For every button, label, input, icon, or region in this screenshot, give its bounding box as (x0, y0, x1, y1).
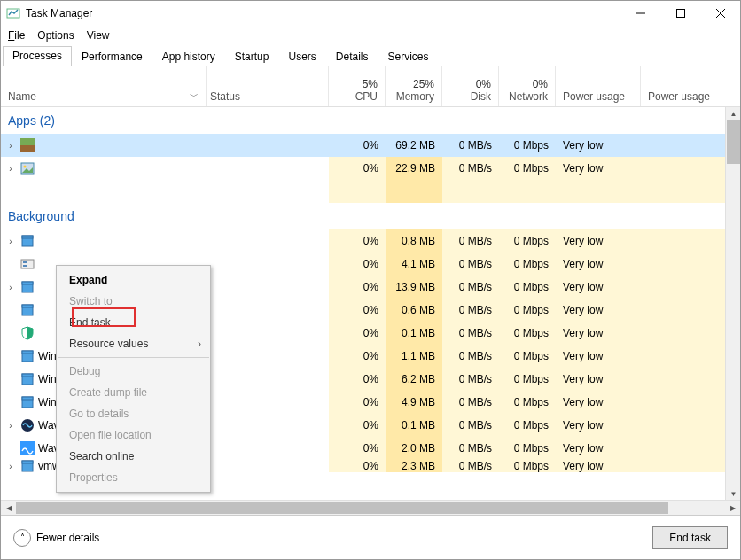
col-power[interactable]: Power usage (556, 66, 641, 106)
disk-cell: 0 MB/s (442, 368, 499, 391)
minimize-button[interactable] (620, 1, 660, 26)
cpu-cell: 0% (329, 460, 386, 472)
col-memory[interactable]: 25%Memory (386, 66, 442, 106)
hscroll-thumb[interactable] (16, 502, 668, 514)
svg-rect-15 (22, 282, 33, 284)
disk-cell: 0 MB/s (442, 157, 499, 180)
cpu-cell: 0% (329, 134, 386, 157)
table-row[interactable]: › 0% 69.2 MB 0 MB/s 0 Mbps Very low (1, 134, 740, 157)
table-row[interactable]: › 0% 0.8 MB 0 MB/s 0 Mbps Very low (1, 229, 740, 253)
svg-rect-12 (23, 261, 27, 263)
disk-cell: 0 MB/s (442, 299, 499, 322)
ctx-switch-to[interactable]: Switch to (57, 291, 210, 312)
memory-cell: 0.1 MB (386, 322, 442, 345)
column-headers: Name ﹀ Status 5%CPU 25%Memory 0%Disk 0%N… (1, 66, 740, 107)
maximize-button[interactable] (660, 1, 700, 26)
power-cell: Very low (556, 229, 641, 253)
horizontal-scrollbar[interactable]: ◀ ▶ (1, 500, 740, 515)
chevron-right-icon[interactable]: › (4, 164, 17, 174)
process-icon (20, 257, 35, 271)
cpu-cell: 0% (329, 157, 386, 180)
ctx-search-online[interactable]: Search online (57, 446, 210, 467)
cpu-cell: 0% (329, 322, 386, 345)
menu-options[interactable]: Options (37, 29, 74, 42)
col-name[interactable]: Name ﹀ (1, 66, 207, 106)
col-disk[interactable]: 0%Disk (442, 66, 499, 106)
window-title: Task Manager (26, 7, 620, 19)
tab-performance[interactable]: Performance (72, 47, 152, 66)
svg-rect-10 (22, 236, 33, 238)
footer: ˄ Fewer details End task (1, 515, 740, 559)
cpu-cell: 0% (329, 345, 386, 368)
process-icon (20, 138, 35, 152)
tab-services[interactable]: Services (378, 47, 439, 66)
network-cell: 0 Mbps (499, 345, 556, 368)
process-icon (20, 161, 35, 175)
ctx-properties[interactable]: Properties (57, 467, 210, 488)
memory-cell: 0.1 MB (386, 414, 442, 437)
scroll-up-icon[interactable]: ▲ (727, 107, 740, 120)
fewer-details-button[interactable]: ˄ Fewer details (13, 529, 99, 547)
svg-rect-23 (22, 397, 33, 400)
network-cell: 0 Mbps (499, 276, 556, 299)
scroll-left-icon[interactable]: ◀ (1, 501, 16, 515)
ctx-create-dump[interactable]: Create dump file (57, 382, 210, 403)
memory-cell: 22.9 MB (386, 157, 442, 180)
power-cell: Very low (556, 322, 641, 345)
vertical-scrollbar[interactable]: ▲ ▼ (725, 107, 740, 500)
disk-cell: 0 MB/s (442, 345, 499, 368)
col-cpu[interactable]: 5%CPU (329, 66, 386, 106)
network-cell: 0 Mbps (499, 437, 556, 460)
chevron-right-icon[interactable]: › (4, 421, 17, 431)
chevron-right-icon[interactable]: › (4, 141, 17, 151)
memory-cell: 1.1 MB (386, 345, 442, 368)
svg-rect-21 (22, 374, 33, 377)
cpu-cell: 0% (329, 391, 386, 414)
titlebar: Task Manager (1, 1, 740, 26)
scroll-down-icon[interactable]: ▼ (727, 487, 740, 500)
network-cell: 0 Mbps (499, 134, 556, 157)
tab-users[interactable]: Users (278, 47, 325, 66)
close-button[interactable] (700, 1, 740, 26)
col-status[interactable]: Status (207, 66, 329, 106)
app-icon (6, 6, 20, 20)
tab-app-history[interactable]: App history (152, 47, 225, 66)
scroll-thumb[interactable] (727, 120, 740, 164)
ctx-go-to-details[interactable]: Go to details (57, 403, 210, 424)
end-task-button[interactable]: End task (652, 526, 728, 549)
scroll-right-icon[interactable]: ▶ (725, 501, 740, 515)
svg-rect-17 (22, 305, 33, 307)
power-cell: Very low (556, 414, 641, 437)
memory-cell: 0.6 MB (386, 299, 442, 322)
power-cell: Very low (556, 345, 641, 368)
group-apps[interactable]: Apps (2) (1, 107, 740, 134)
chevron-right-icon[interactable]: › (4, 237, 17, 246)
network-cell: 0 Mbps (499, 253, 556, 276)
chevron-right-icon[interactable]: › (4, 462, 17, 471)
svg-rect-2 (676, 10, 684, 18)
chevron-down-icon[interactable]: ﹀ (190, 90, 199, 103)
chevron-right-icon[interactable]: › (4, 283, 17, 292)
tab-startup[interactable]: Startup (225, 47, 279, 66)
group-background[interactable]: Background (1, 203, 740, 229)
memory-cell: 0.8 MB (386, 229, 442, 253)
table-row[interactable]: › 0% 22.9 MB 0 MB/s 0 Mbps Very low (1, 157, 740, 180)
cpu-cell: 0% (329, 368, 386, 391)
disk-cell: 0 MB/s (442, 437, 499, 460)
network-cell: 0 Mbps (499, 299, 556, 322)
cpu-cell: 0% (329, 276, 386, 299)
menu-file[interactable]: File (8, 29, 25, 42)
ctx-open-file-loc[interactable]: Open file location (57, 424, 210, 446)
process-icon (20, 349, 35, 363)
menu-view[interactable]: View (87, 29, 110, 42)
col-network[interactable]: 0%Network (499, 66, 556, 106)
ctx-resource-values[interactable]: Resource values (57, 333, 210, 354)
col-power2[interactable]: Power usage (641, 66, 725, 106)
memory-cell: 4.9 MB (386, 391, 442, 414)
tab-processes[interactable]: Processes (3, 46, 72, 66)
disk-cell: 0 MB/s (442, 460, 499, 472)
tab-details[interactable]: Details (326, 47, 378, 66)
ctx-expand[interactable]: Expand (57, 269, 210, 291)
ctx-end-task[interactable]: End task (57, 312, 210, 333)
ctx-debug[interactable]: Debug (57, 361, 210, 382)
